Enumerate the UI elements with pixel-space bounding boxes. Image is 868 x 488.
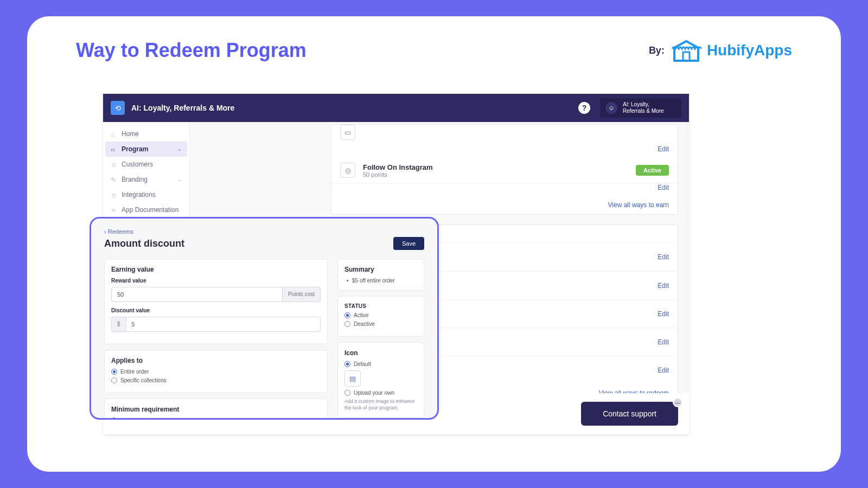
by-label: By: — [649, 45, 665, 56]
radio-icon — [344, 361, 350, 367]
chevron-down-icon: ⌄ — [177, 146, 182, 152]
radio-label: Active — [354, 312, 368, 318]
card-title: Icon — [344, 349, 417, 357]
status-card: STATUS Active Deactive — [337, 296, 424, 337]
minimize-icon[interactable]: — — [673, 397, 682, 407]
radio-label: Default — [354, 361, 371, 367]
help-icon[interactable]: ? — [578, 102, 590, 114]
discount-value-input[interactable]: 5 — [126, 317, 321, 332]
sidebar-item-label: Program — [122, 145, 148, 153]
edit-link[interactable]: Edit — [331, 184, 678, 196]
applies-specific-collections-radio[interactable]: Specific collections — [111, 377, 321, 383]
chevron-down-icon: ⌄ — [177, 177, 182, 182]
card-title: Summary — [344, 266, 417, 273]
radio-label: Upload your own — [354, 390, 394, 396]
view-all-earn-link[interactable]: View all ways to earn — [331, 196, 678, 214]
radio-icon — [344, 390, 350, 396]
radio-icon — [344, 312, 350, 318]
card-title: Earning value — [111, 266, 321, 273]
user-avatar-icon: ☺ — [605, 102, 617, 114]
sidebar-item-customers[interactable]: ☺Customers — [105, 157, 187, 172]
radio-label: Specific collections — [120, 377, 166, 383]
user-menu[interactable]: ☺ AI: Loyalty, Referrals & More — [600, 98, 681, 118]
radio-label: None — [120, 418, 133, 420]
code-icon: ‹› — [111, 146, 117, 152]
brand-name: HubifyApps — [707, 42, 792, 59]
edit-link[interactable]: Edit — [331, 145, 678, 157]
instagram-icon: ◎ — [340, 163, 355, 178]
icon-card: Icon Default ▤ Upload your own Add a cus… — [337, 342, 424, 418]
icon-default-radio[interactable]: Default — [344, 361, 417, 367]
edit-link[interactable]: Edit — [658, 310, 669, 318]
edit-link[interactable]: Edit — [658, 253, 669, 261]
edit-link[interactable]: Edit — [658, 282, 669, 290]
sidebar-item-integrations[interactable]: ☺Integrations — [105, 187, 187, 202]
sidebar-item-home[interactable]: ⌂Home — [105, 126, 187, 142]
sidebar-item-branding[interactable]: ✎Branding⌄ — [105, 172, 187, 187]
modal-title: Amount discount — [104, 238, 184, 249]
breadcrumb[interactable]: ‹ Redeems — [104, 228, 424, 235]
sidebar-item-label: App Documentation — [122, 206, 178, 214]
radio-label: Entire order — [120, 369, 149, 375]
sidebar-item-label: Integrations — [122, 191, 156, 198]
radio-label: Deactive — [354, 321, 375, 327]
save-button[interactable]: Save — [393, 237, 424, 250]
status-active-radio[interactable]: Active — [344, 312, 417, 318]
reward-value-input[interactable]: 50 — [111, 287, 283, 302]
applies-to-card: Applies to Entire order Specific collect… — [104, 350, 328, 393]
minimum-requirement-card: Minimum requirement None Minimum purchas… — [104, 399, 328, 420]
ways-to-earn-card: ▭ Edit ◎ Follow On Instagram 50 points A… — [331, 124, 678, 215]
sidebar-item-app-documentation[interactable]: ✧App Documentation — [105, 202, 187, 217]
app-topbar: ⟲ AI: Loyalty, Referrals & More ? ☺ AI: … — [103, 94, 689, 122]
page-title: Way to Redeem Program — [76, 39, 307, 62]
radio-icon — [111, 369, 117, 375]
summary-card: Summary $5 off entire order — [337, 259, 424, 291]
app-icon: ⟲ — [111, 101, 125, 115]
user-label: AI: Loyalty, Referrals & More — [623, 101, 672, 114]
sidebar-item-label: Branding — [122, 176, 148, 183]
summary-item: $5 off entire order — [344, 278, 417, 284]
person-icon: ☺ — [111, 161, 117, 168]
radio-icon — [344, 321, 350, 327]
brand-attribution: By: HubifyApps — [649, 38, 792, 63]
icon-preview: ▤ — [344, 370, 361, 387]
radio-icon — [111, 418, 117, 420]
earn-row-subtitle: 50 points — [363, 171, 636, 178]
contact-support-label: Contact support — [603, 409, 656, 418]
earn-row-title: Follow On Instagram — [363, 163, 636, 171]
plug-icon: ☺ — [111, 191, 117, 198]
status-label: STATUS — [344, 303, 417, 309]
discount-value-label: Discount value — [111, 307, 321, 313]
edit-link[interactable]: Edit — [658, 367, 669, 374]
reward-value-label: Reward value — [111, 278, 321, 284]
applies-entire-order-radio[interactable]: Entire order — [111, 369, 321, 375]
status-deactive-radio[interactable]: Deactive — [344, 321, 417, 327]
icon-helper-text: Add a custom image to enhance the look o… — [344, 399, 417, 411]
svg-rect-0 — [683, 52, 690, 61]
contact-support-button[interactable]: Contact support — — [581, 402, 678, 426]
amount-discount-modal: ‹ Redeems Amount discount Save Earning v… — [90, 217, 439, 420]
earning-value-card: Earning value Reward value 50 Points cos… — [104, 259, 328, 344]
home-icon: ⌂ — [111, 131, 117, 137]
sidebar-item-label: Home — [122, 130, 139, 138]
doc-icon: ✧ — [111, 207, 117, 213]
app-title: AI: Loyalty, Referrals & More — [131, 104, 234, 112]
sidebar-item-label: Customers — [122, 160, 153, 168]
hubifyapps-logo-icon — [671, 38, 701, 63]
placeholder-icon: ▭ — [340, 125, 355, 140]
brush-icon: ✎ — [111, 176, 117, 183]
sidebar-item-program[interactable]: ‹›Program⌄ — [105, 142, 187, 157]
discount-prefix: $ — [111, 317, 126, 332]
edit-link[interactable]: Edit — [658, 338, 669, 346]
status-badge: Active — [636, 165, 669, 176]
reward-suffix: Points cost — [283, 287, 321, 302]
radio-icon — [111, 377, 117, 383]
min-none-radio[interactable]: None — [111, 418, 321, 420]
card-title: Applies to — [111, 357, 321, 364]
card-title: Minimum requirement — [111, 406, 321, 413]
icon-upload-radio[interactable]: Upload your own — [344, 390, 417, 396]
